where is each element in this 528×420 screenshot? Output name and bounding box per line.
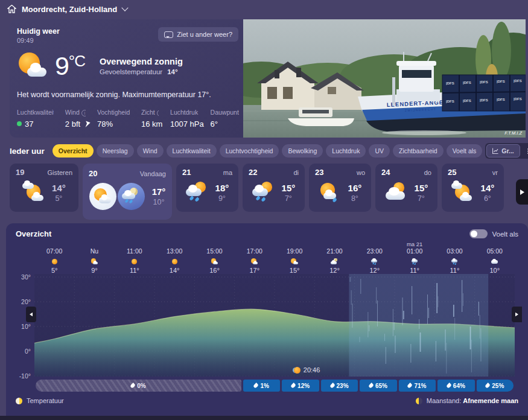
day-low-temp: 9°	[215, 194, 229, 203]
hour-time: 13:00	[154, 247, 194, 255]
day-date: 22	[249, 168, 257, 177]
chart-scroll-right-button[interactable]	[512, 307, 522, 322]
overview-title: Overzicht	[16, 229, 51, 238]
y-axis-tick: -10°	[9, 372, 31, 380]
sun-cloud-icon	[250, 258, 258, 266]
location-label[interactable]: Moordrecht, Zuid-Holland	[22, 5, 117, 14]
arrow-left-icon	[30, 312, 33, 317]
tab-luchtkwaliteit[interactable]: Luchtkwaliteit	[167, 144, 217, 158]
hour-column-17-00[interactable]: 17:0017°	[235, 241, 275, 274]
sunset-icon	[294, 367, 301, 374]
hour-column-15-00[interactable]: 15:0016°	[194, 241, 234, 274]
rain-sun-icon	[186, 182, 208, 204]
tab-bewolking[interactable]: Bewolking	[282, 144, 323, 158]
tab-wind[interactable]: Wind	[137, 144, 164, 158]
report-other-weather-button[interactable]: Ziet u ander weer?	[158, 27, 238, 42]
chevron-down-icon[interactable]	[121, 4, 128, 11]
precip-segment: 65%	[360, 380, 396, 392]
precip-segment-dry: 0%	[36, 380, 241, 392]
metric-value: 6°	[211, 119, 240, 129]
hour-day-label	[475, 241, 515, 247]
day-card-gisteren[interactable]: 19Gisteren14°5°	[10, 164, 78, 212]
metric-value: 2 bft	[65, 119, 86, 129]
droplet-icon	[407, 383, 413, 389]
day-low-temp: 8°	[348, 194, 362, 203]
day-high-temp: 17°	[152, 186, 166, 197]
metric-label: Zichti	[141, 109, 159, 116]
tab-luchtdruk[interactable]: Luchtdruk	[326, 144, 366, 158]
info-icon[interactable]: i	[81, 110, 86, 116]
info-icon[interactable]: i	[157, 110, 159, 116]
graph-view-button[interactable]: Gr...	[486, 144, 520, 158]
day-card-vr[interactable]: 25vr14°6°	[442, 164, 504, 212]
day-low-temp: 7°	[282, 194, 296, 203]
svg-text:|DFS: |DFS	[514, 97, 522, 101]
hour-column-21-00[interactable]: 21:0012°	[314, 241, 354, 274]
moon-phase-label: Maanstand: Afnemende maan	[427, 397, 518, 404]
day-low-temp: 7°	[415, 194, 428, 203]
next-days-button[interactable]	[516, 179, 528, 205]
hour-temp: 10°	[475, 267, 515, 274]
hour-temp: 11°	[395, 267, 434, 274]
precip-segment: 64%	[437, 380, 474, 392]
day-card-vandaag[interactable]: 20Vandaag17°10°	[83, 164, 172, 220]
day-card-di[interactable]: 22di15°7°	[243, 164, 305, 212]
rain-icon	[451, 258, 459, 266]
tab-overzicht[interactable]: Overzicht	[52, 144, 94, 158]
graph-icon	[492, 148, 498, 154]
day-high-temp: 14°	[481, 183, 495, 193]
metric-luchtdruk: Luchtdruki1007 hPa	[170, 109, 199, 129]
hour-time: 21:00	[314, 247, 354, 255]
hour-day-label	[235, 241, 275, 247]
chart-scroll-left-button[interactable]	[26, 307, 36, 322]
day-date: 19	[16, 168, 24, 177]
hour-column-nu[interactable]: Nu9°	[74, 241, 114, 274]
sun-clouds-icon	[451, 182, 474, 204]
overview-panel: Overzicht Voelt als 07:005° Nu9° 11:0011…	[6, 223, 528, 420]
sunset-marker: 20:46	[294, 366, 320, 374]
metric-value: 1007 hPa	[170, 119, 199, 129]
hour-column-23-00[interactable]: 23:0012°	[355, 241, 395, 274]
tab-luchtvochtigheid[interactable]: Luchtvochtigheid	[220, 144, 279, 158]
topbar: Moordrecht, Zuid-Holland	[0, 0, 528, 18]
arrow-right-icon	[515, 312, 518, 317]
day-label: Gisteren	[47, 169, 72, 176]
tab-neerslag[interactable]: Neerslag	[97, 144, 134, 158]
hour-time: 07:00	[34, 247, 74, 255]
hour-column-11-00[interactable]: 11:0011°	[115, 241, 154, 274]
sun-cloud-icon	[211, 258, 218, 266]
hour-column-13-00[interactable]: 13:0014°	[154, 241, 194, 274]
current-weather-card: Huidig weer 09:49 Ziet u ander weer? 9°C…	[10, 19, 243, 138]
tab-zichtbaarheid[interactable]: Zichtbaarheid	[393, 144, 444, 158]
day-card-do[interactable]: 24do15°7°	[375, 164, 437, 212]
day-label: ma	[223, 169, 232, 176]
hour-column-01-00[interactable]: ma 2101:0011°	[395, 241, 434, 274]
day-card-ma[interactable]: 21ma18°9°	[176, 164, 238, 212]
hour-time: 11:00	[115, 247, 154, 255]
hour-column-19-00[interactable]: 19:0015°	[275, 241, 314, 274]
current-condition-icon	[17, 50, 49, 82]
day-high-temp: 14°	[52, 183, 66, 193]
list-view-button[interactable]: Lijst	[521, 144, 528, 158]
hour-temp: 11°	[434, 267, 474, 274]
speech-bubble-icon	[164, 31, 173, 38]
droplet-icon	[446, 383, 452, 389]
hour-day-label	[74, 241, 114, 247]
tab-uv[interactable]: UV	[369, 144, 390, 158]
feels-like-toggle[interactable]	[469, 229, 488, 238]
hour-time: 15:00	[194, 247, 234, 255]
sun-icon	[51, 258, 59, 266]
wind-direction-icon	[84, 120, 91, 127]
hour-column-03-00[interactable]: 03:0011°	[434, 241, 474, 274]
hour-day-label: ma 21	[395, 241, 434, 247]
svg-text:|DFS: |DFS	[463, 81, 471, 84]
cloud-sun-icon	[385, 182, 407, 204]
hour-column-05-00[interactable]: 05:0010°	[475, 241, 515, 274]
tab-voelt-als[interactable]: Voelt als	[447, 144, 483, 158]
hour-column-07-00[interactable]: 07:005°	[34, 241, 74, 274]
home-icon[interactable]	[7, 5, 16, 13]
hour-temp: 17°	[235, 267, 275, 274]
day-label: Vandaag	[140, 170, 166, 177]
sun-cloud-icon	[291, 258, 299, 266]
day-card-wo[interactable]: 23wo16°8°	[309, 164, 371, 212]
